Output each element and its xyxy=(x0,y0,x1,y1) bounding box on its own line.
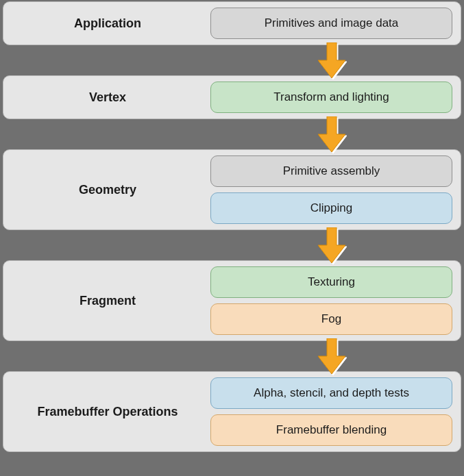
stage-application: Application Primitives and image data xyxy=(3,1,461,45)
stage-vertex: Vertex Transform and lighting xyxy=(3,75,461,119)
stage-boxes: Transform and lighting xyxy=(210,82,452,113)
stage-boxes: Texturing Fog xyxy=(210,266,452,335)
arrow-down-icon xyxy=(318,116,345,152)
stage-label: Application xyxy=(12,16,210,31)
arrow-down-icon xyxy=(318,42,345,78)
pipeline-box: Alpha, stencil, and depth tests xyxy=(210,377,452,409)
stage-boxes: Primitive assembly Clipping xyxy=(210,155,452,224)
stage-fragment: Fragment Texturing Fog xyxy=(3,260,461,341)
pipeline-box: Texturing xyxy=(210,266,452,298)
arrow-wrap xyxy=(200,119,463,149)
stage-label: Vertex xyxy=(12,90,210,105)
stage-label: Fragment xyxy=(12,294,210,308)
pipeline-box: Clipping xyxy=(210,192,452,224)
arrow-down-icon xyxy=(318,338,345,374)
stage-framebuffer: Framebuffer Operations Alpha, stencil, a… xyxy=(3,371,461,452)
stage-label: Geometry xyxy=(12,183,210,197)
stage-boxes: Primitives and image data xyxy=(210,8,452,39)
arrow-wrap xyxy=(200,45,463,75)
stage-label: Framebuffer Operations xyxy=(12,405,210,419)
stage-boxes: Alpha, stencil, and depth tests Framebuf… xyxy=(210,377,452,446)
stage-geometry: Geometry Primitive assembly Clipping xyxy=(3,149,461,230)
pipeline-box: Primitives and image data xyxy=(210,8,452,39)
pipeline-box: Primitive assembly xyxy=(210,155,452,187)
arrow-wrap xyxy=(200,230,463,260)
arrow-wrap xyxy=(200,341,463,371)
arrow-down-icon xyxy=(318,227,345,263)
pipeline-box: Framebuffer blending xyxy=(210,414,452,446)
pipeline-box: Fog xyxy=(210,303,452,335)
pipeline-box: Transform and lighting xyxy=(210,82,452,113)
